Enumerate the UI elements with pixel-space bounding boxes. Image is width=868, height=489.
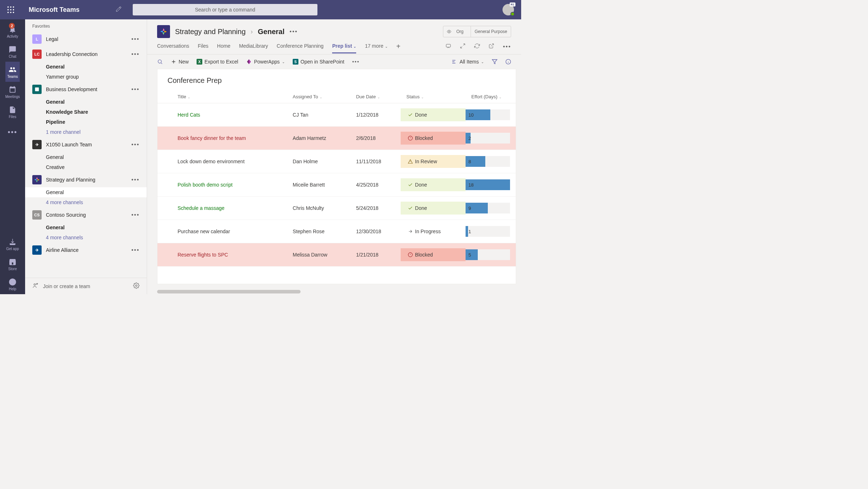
team-row[interactable]: LLegal••• — [25, 32, 147, 47]
table-row[interactable]: Reserve flights to SPCMelissa Darrow1/21… — [157, 243, 516, 267]
cell-due: 12/30/2018 — [350, 220, 401, 243]
rail-item-getapp[interactable]: Get app — [6, 234, 19, 254]
table-row[interactable]: Herd CatsCJ Tan1/12/2018Done10 — [157, 103, 516, 127]
cell-assigned: Miceile Barrett — [287, 173, 350, 197]
rail-more[interactable]: ••• — [0, 122, 25, 142]
team-more-icon[interactable]: ••• — [131, 36, 140, 42]
cell-title[interactable]: Lock down demo environment — [157, 150, 287, 173]
column-header[interactable]: Due Date⌄ — [350, 90, 401, 103]
cell-assigned: Adam Harmetz — [287, 127, 350, 150]
channel-row[interactable]: General — [25, 222, 147, 232]
cell-title[interactable]: Herd Cats — [157, 103, 287, 127]
channel-row[interactable]: General — [25, 62, 147, 72]
toolbar-info-icon[interactable] — [505, 59, 511, 65]
svg-point-7 — [10, 12, 11, 13]
rail-label: Store — [8, 267, 17, 271]
team-row[interactable]: CSContoso Sourcing••• — [25, 207, 147, 222]
cell-title[interactable]: Reserve flights to SPC — [157, 243, 287, 267]
rail-item-store[interactable]: Store — [6, 254, 19, 274]
team-name: Contoso Sourcing — [46, 212, 127, 218]
toolbar-more-icon[interactable]: ••• — [352, 59, 360, 65]
compose-icon[interactable] — [115, 6, 122, 14]
cell-title[interactable]: Purchase new calendar — [157, 220, 287, 243]
channel-more-icon[interactable]: ••• — [289, 28, 298, 35]
channel-row[interactable]: 1 more channel — [25, 127, 147, 137]
toolbar-new-button[interactable]: New — [171, 59, 189, 65]
tab-conversations[interactable]: Conversations — [157, 43, 189, 53]
channel-row[interactable]: General — [25, 187, 147, 197]
team-name: Leadership Connection — [46, 51, 127, 57]
table-row[interactable]: Purchase new calendarStephen Rose12/30/2… — [157, 220, 516, 243]
app-launcher-icon[interactable] — [7, 6, 14, 13]
toolbar-export-button[interactable]: XExport to Excel — [197, 59, 238, 65]
rail-item-help[interactable]: Help — [6, 274, 19, 294]
org-chip[interactable]: Org General Purpose — [443, 26, 511, 37]
team-more-icon[interactable]: ••• — [131, 51, 140, 57]
team-more-icon[interactable]: ••• — [131, 141, 140, 148]
team-more-icon[interactable]: ••• — [131, 177, 140, 183]
breadcrumb-channel[interactable]: General — [258, 28, 284, 36]
toolbar-sharepoint-button[interactable]: SOpen in SharePoint — [293, 59, 344, 65]
rail-item-chat[interactable]: Chat — [5, 42, 20, 62]
team-row[interactable]: ✈Airline Alliance••• — [25, 243, 147, 258]
breadcrumb-team[interactable]: Strategy and Planning — [175, 28, 246, 36]
tab-more[interactable]: 17 more⌄ — [365, 43, 387, 53]
conversation-panel-icon[interactable] — [445, 43, 451, 53]
rail-item-meetings[interactable]: Meetings — [5, 82, 20, 102]
rail-item-files[interactable]: Files — [5, 102, 20, 122]
sidebar-footer[interactable]: Join or create a team — [25, 278, 147, 294]
cell-title[interactable]: Schedule a massage — [157, 197, 287, 220]
channel-row[interactable]: 4 more channels — [25, 197, 147, 207]
search-input[interactable]: Search or type a command — [133, 4, 318, 15]
horizontal-scrollbar[interactable] — [157, 289, 516, 294]
gear-icon[interactable] — [133, 282, 140, 290]
team-row[interactable]: ✈X1050 Launch Team••• — [25, 137, 147, 152]
tab-prep-list[interactable]: Prep list⌄ — [332, 43, 356, 53]
tab-more-icon[interactable]: ••• — [503, 43, 511, 53]
popout-icon[interactable] — [489, 43, 494, 53]
channel-row[interactable]: Creative — [25, 162, 147, 172]
team-row[interactable]: Strategy and Planning••• — [25, 172, 147, 187]
tab-files[interactable]: Files — [198, 43, 209, 53]
toolbar-search-icon[interactable] — [157, 59, 163, 65]
team-more-icon[interactable]: ••• — [131, 86, 140, 93]
channel-row[interactable]: Knowledge Share — [25, 107, 147, 117]
team-more-icon[interactable]: ••• — [131, 247, 140, 253]
cell-effort: 18 — [466, 173, 516, 197]
column-header[interactable]: Title⌄ — [157, 90, 287, 103]
channel-row[interactable]: 4 more channels — [25, 232, 147, 243]
files-icon — [8, 105, 17, 114]
cell-effort: 1 — [466, 220, 516, 243]
toolbar-view-button[interactable]: All Items⌄ — [452, 59, 484, 65]
tab-home[interactable]: Home — [217, 43, 230, 53]
table-row[interactable]: Polish booth demo scriptMiceile Barrett4… — [157, 173, 516, 197]
team-more-icon[interactable]: ••• — [131, 212, 140, 218]
team-row[interactable]: Business Development••• — [25, 82, 147, 97]
table-row[interactable]: Book fancy dinner for the teamAdam Harme… — [157, 127, 516, 150]
toolbar-filter-icon[interactable] — [492, 59, 497, 65]
channel-row[interactable]: Pipeline — [25, 117, 147, 127]
table-row[interactable]: Schedule a massageChris McNulty5/24/2018… — [157, 197, 516, 220]
user-avatar[interactable]: R1 — [503, 4, 514, 15]
column-header[interactable]: Effort (Days)⌄ — [466, 90, 516, 103]
channel-row[interactable]: Yammer group — [25, 72, 147, 82]
rail-item-activity[interactable]: 2Activity — [5, 22, 20, 42]
cell-title[interactable]: Book fancy dinner for the team — [157, 127, 287, 150]
toolbar-powerapps-button[interactable]: PowerApps⌄ — [246, 59, 285, 65]
cell-title[interactable]: Polish booth demo script — [157, 173, 287, 197]
expand-icon[interactable] — [460, 43, 466, 53]
table-row[interactable]: Lock down demo environmentDan Holme11/11… — [157, 150, 516, 173]
svg-point-2 — [13, 6, 14, 8]
channel-row[interactable]: General — [25, 152, 147, 162]
svg-rect-10 — [35, 88, 39, 91]
rail-item-teams[interactable]: Teams — [5, 62, 20, 82]
channel-row[interactable]: General — [25, 97, 147, 107]
column-header[interactable]: Status⌄ — [401, 90, 466, 103]
team-row[interactable]: LCLeadership Connection••• — [25, 47, 147, 62]
add-tab-button[interactable]: + — [396, 42, 401, 54]
svg-point-13 — [136, 285, 137, 287]
tab-conference-planning[interactable]: Conference Planning — [277, 43, 324, 53]
refresh-icon[interactable] — [474, 43, 480, 53]
tab-medialibrary[interactable]: MediaLibrary — [239, 43, 268, 53]
column-header[interactable]: Assigned To⌄ — [287, 90, 350, 103]
